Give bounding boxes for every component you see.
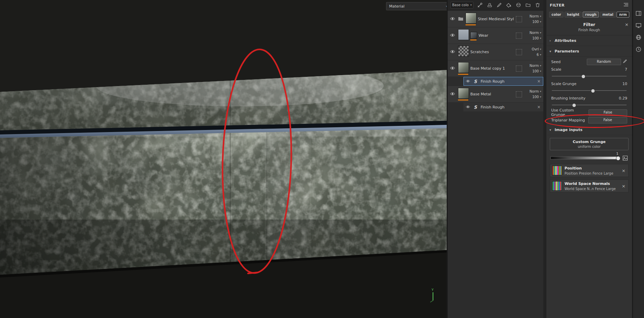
folder-icon[interactable] [525, 2, 531, 8]
layer-thumbnail[interactable] [458, 29, 468, 42]
param-scale-grunge-label: Scale Grunge [551, 82, 577, 86]
image-input-world-space-normals[interactable]: World Space Normals World Space N..n Fen… [550, 179, 629, 192]
opacity-value: 100 [532, 69, 539, 73]
opacity-dropdown[interactable]: 100 ▾ [532, 69, 541, 73]
param-seed-label: Seed [551, 60, 561, 64]
layer-row-base-metal-copy-1[interactable]: Base Metal copy 1 Norm ▾ 100 ▾ [448, 60, 543, 76]
visibility-eye-icon[interactable] [450, 66, 456, 71]
layer-row-wear[interactable]: Wear Norm ▾ 100 ▾ [448, 27, 543, 44]
material-sphere-icon[interactable] [516, 2, 521, 8]
layer-row-scratches[interactable]: Scratches Ovrl ▾ 6 ▾ [448, 44, 543, 60]
visibility-eye-icon[interactable] [466, 105, 472, 109]
section-parameters-label: Parameters [555, 49, 579, 54]
blend-mode-dropdown[interactable]: Norm ▾ [530, 64, 541, 68]
image-input-position[interactable]: Position Position Presion Fence Large × [550, 164, 629, 177]
param-brushing-slider[interactable] [552, 103, 627, 107]
gizmo-y-label: Y [431, 288, 434, 292]
effect-row-finish-rough-selected[interactable]: S Finish Rough × [463, 77, 543, 86]
param-use-custom-grunge-label: Use Custom Grunge [551, 108, 589, 117]
param-seed: Seed Random [551, 58, 627, 66]
clear-filter-icon[interactable]: × [625, 22, 629, 27]
section-parameters[interactable]: ▾ Parameters [546, 46, 632, 57]
opacity-dropdown[interactable]: 100 ▾ [532, 95, 541, 99]
param-scale-value[interactable]: 7 [625, 67, 627, 72]
layer-name: Base Metal [470, 92, 514, 96]
substance-filter-icon: S [474, 105, 479, 110]
layer-mask-placeholder[interactable] [516, 16, 522, 22]
param-scale-grunge-value[interactable]: 10 [622, 82, 627, 86]
material-mode-dropdown[interactable]: Material ▾ [386, 2, 447, 10]
pencil-icon[interactable] [496, 2, 502, 8]
seed-random-button[interactable]: Random [587, 59, 621, 65]
grayscale-value-slider[interactable]: 1 [550, 156, 628, 161]
triplanar-mapping-toggle[interactable]: False [588, 117, 627, 123]
dock-history-icon[interactable] [635, 46, 642, 52]
layer-mask-placeholder[interactable] [516, 91, 522, 97]
remove-wsn-input-icon[interactable]: × [621, 184, 626, 189]
layer-mask-placeholder[interactable] [516, 66, 522, 72]
physical-paint-icon[interactable] [477, 2, 483, 8]
layer-row-base-metal[interactable]: Base Metal Norm ▾ 100 ▾ [448, 86, 543, 102]
opacity-dropdown[interactable]: 100 ▾ [532, 20, 541, 24]
remove-position-input-icon[interactable]: × [621, 168, 626, 173]
param-brushing-value[interactable]: 0.29 [619, 96, 628, 101]
section-attributes-label: Attributes [555, 38, 576, 43]
fill-bucket-icon[interactable] [506, 2, 512, 8]
channel-dropdown-label: Base colo [452, 3, 469, 7]
layer-row-steel-medieval-stylized[interactable]: Steel Medieval Stylized Norm ▾ 100 ▾ [448, 11, 543, 27]
effect-row-finish-rough[interactable]: S Finish Rough × [463, 103, 543, 111]
blend-mode-dropdown[interactable]: Norm ▾ [530, 31, 541, 35]
layer-thumbnail[interactable] [458, 46, 468, 59]
layer-blend-controls: Norm ▾ 100 ▾ [524, 64, 541, 73]
visibility-eye-icon[interactable] [450, 92, 456, 97]
position-input-resource: Position Presion Fence Large [565, 172, 618, 175]
grayscale-slider-knob[interactable] [616, 156, 620, 161]
param-scale-grunge-slider[interactable] [552, 88, 627, 93]
layer-name: Steel Medieval Stylized [478, 17, 514, 21]
channel-badge-rough[interactable]: rough [583, 12, 599, 17]
layer-mask-placeholder[interactable] [516, 33, 522, 39]
blend-mode-dropdown[interactable]: Norm ▾ [530, 90, 541, 93]
seed-edit-pencil-icon[interactable] [623, 59, 627, 64]
section-image-inputs[interactable]: ▾ Image inputs [546, 125, 632, 135]
grayscale-gradient-track[interactable] [550, 156, 620, 160]
layer-mask-placeholder[interactable] [516, 49, 522, 55]
layer-thumbnail[interactable] [458, 88, 468, 101]
visibility-eye-icon[interactable] [466, 79, 472, 84]
blend-mode-dropdown[interactable]: Ovrl ▾ [532, 47, 541, 51]
clone-stamp-icon[interactable] [487, 2, 493, 8]
dock-display-icon[interactable] [635, 22, 642, 28]
channel-badge-color[interactable]: color [549, 12, 564, 17]
channel-badge-metal[interactable]: metal [600, 12, 616, 17]
position-map-thumbnail [552, 166, 562, 175]
opacity-dropdown[interactable]: 100 ▾ [532, 36, 541, 40]
channel-badge-height[interactable]: height [565, 12, 582, 17]
right-dock-strip [633, 0, 644, 318]
remove-effect-icon[interactable]: × [536, 79, 541, 84]
viewport-3d[interactable]: Material ▾ Y [0, 0, 447, 318]
opacity-dropdown[interactable]: 6 ▾ [537, 53, 541, 57]
layers-panel: Base colo ▾ [448, 0, 543, 318]
channel-dropdown[interactable]: Base colo ▾ [450, 2, 473, 9]
layer-thumbnail[interactable] [458, 62, 468, 75]
remove-effect-icon[interactable]: × [536, 105, 541, 109]
visibility-eye-icon[interactable] [450, 17, 456, 22]
delete-layer-icon[interactable] [535, 2, 541, 8]
panel-menu-icon[interactable] [623, 3, 629, 8]
channel-badges: color height rough metal nrm [546, 10, 632, 21]
custom-grunge-input[interactable]: Custom Grunge uniform color [550, 138, 629, 150]
channel-badge-nrm[interactable]: nrm [617, 12, 629, 17]
layer-thumbnail[interactable] [466, 13, 476, 26]
param-scale-slider[interactable] [552, 74, 627, 79]
custom-grunge-value: uniform color [550, 145, 628, 149]
section-attributes[interactable]: › Attributes [546, 35, 632, 46]
layer-secondary-thumbnail[interactable] [470, 31, 476, 41]
use-custom-grunge-toggle[interactable]: False [589, 109, 627, 116]
dock-panels-icon[interactable] [635, 10, 642, 16]
substance-filter-icon: S [474, 79, 479, 84]
blend-mode-dropdown[interactable]: Norm ▾ [530, 14, 541, 18]
visibility-eye-icon[interactable] [450, 50, 456, 55]
dock-globe-icon[interactable] [635, 34, 642, 40]
image-picker-icon[interactable] [622, 155, 628, 162]
visibility-eye-icon[interactable] [450, 33, 456, 38]
